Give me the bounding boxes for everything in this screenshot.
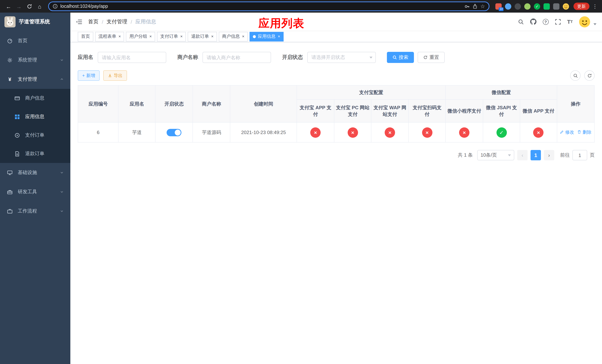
tab-close-icon[interactable]: × xyxy=(180,34,183,39)
extension-icon[interactable] xyxy=(544,3,550,10)
goto-page-input[interactable] xyxy=(572,150,587,160)
app-logo-row[interactable]: 芋道管理系统 xyxy=(0,13,70,31)
breadcrumb-payment[interactable]: 支付管理 xyxy=(107,18,127,25)
tab-user-group[interactable]: 用户分组× xyxy=(126,32,155,41)
fullscreen-icon[interactable] xyxy=(555,19,561,25)
tab-label: 支付订单 xyxy=(160,33,178,40)
tab-app-info[interactable]: 应用信息× xyxy=(249,32,283,41)
url-text: localhost:1024/pay/app xyxy=(60,4,462,9)
chevron-down-icon xyxy=(60,58,64,62)
font-size-small: T xyxy=(570,20,573,24)
next-page-button[interactable]: › xyxy=(544,150,554,160)
status-badge: ✓ xyxy=(496,127,507,138)
extension-icon[interactable]: ✓ xyxy=(534,3,540,10)
breadcrumb: 首页 / 支付管理 / 应用信息 xyxy=(88,18,156,25)
tabs-bar: 首页 流程表单× 用户分组× 支付订单× 退款订单× 商户信息× 应用信息× xyxy=(70,31,602,42)
refresh-table-button[interactable] xyxy=(584,70,595,81)
sidebar-item-payment[interactable]: ¥ 支付管理 xyxy=(0,70,70,89)
password-key-icon[interactable] xyxy=(464,3,470,9)
extension-icon[interactable] xyxy=(505,3,511,10)
status-select[interactable]: 请选择开启状态 xyxy=(307,52,376,63)
font-size-icon[interactable]: TT xyxy=(567,19,573,25)
browser-reload-button[interactable] xyxy=(24,1,34,11)
browser-menu-icon[interactable]: ⋮ xyxy=(592,3,598,9)
browser-chrome: ← → ⌂ localhost:1024/pay/app xyxy=(0,0,602,13)
app-name-label: 应用名 xyxy=(78,54,93,61)
download-icon xyxy=(108,73,112,78)
page-number-button[interactable]: 1 xyxy=(531,150,541,160)
export-button[interactable]: 导出 xyxy=(103,70,127,81)
app-title: 芋道管理系统 xyxy=(19,19,50,25)
search-icon xyxy=(392,55,397,60)
add-button[interactable]: + 新增 xyxy=(78,70,100,81)
status-toggle[interactable] xyxy=(167,129,182,136)
page-size-select[interactable]: 10条/页 xyxy=(477,150,514,160)
tab-close-icon[interactable]: × xyxy=(149,34,152,39)
sidebar-item-system[interactable]: 系统管理 xyxy=(0,50,70,70)
chevron-down-icon xyxy=(60,209,64,213)
address-bar[interactable]: localhost:1024/pay/app ☆ xyxy=(48,1,489,11)
sidebar-item-label: 工作流程 xyxy=(18,208,37,214)
help-icon[interactable]: ? xyxy=(543,19,548,25)
tab-close-icon[interactable]: × xyxy=(118,34,121,39)
merchant-name-input[interactable] xyxy=(203,52,271,63)
tab-close-icon[interactable]: × xyxy=(278,34,280,39)
chevron-down-icon xyxy=(60,190,64,194)
sidebar-item-home[interactable]: 首页 xyxy=(0,31,70,50)
browser-back-button[interactable]: ← xyxy=(4,1,13,11)
sidebar-item-payment-orders[interactable]: 支付订单 xyxy=(0,126,70,144)
edit-link[interactable]: 修改 xyxy=(560,129,574,136)
search-button[interactable]: 搜索 xyxy=(387,52,414,63)
chrome-update-button[interactable]: 更新 xyxy=(573,3,589,10)
tab-process-form[interactable]: 流程表单× xyxy=(95,32,124,41)
active-tab-dot xyxy=(253,35,256,38)
browser-forward-button[interactable]: → xyxy=(14,1,24,11)
share-icon[interactable] xyxy=(473,4,478,9)
status-label: 开启状态 xyxy=(282,54,303,61)
prev-page-button[interactable]: ‹ xyxy=(517,150,527,160)
emoji-extension-icon[interactable] xyxy=(563,3,569,10)
delete-link[interactable]: 删除 xyxy=(577,129,591,136)
gear-icon xyxy=(7,57,13,63)
tab-payment-orders[interactable]: 支付订单× xyxy=(157,32,186,41)
extension-icon[interactable] xyxy=(515,3,521,10)
extension-icon[interactable] xyxy=(553,3,559,10)
tab-close-icon[interactable]: × xyxy=(211,34,214,39)
extension-icon[interactable]: 10 xyxy=(495,3,502,10)
grid-icon xyxy=(14,114,20,119)
tab-home[interactable]: 首页 xyxy=(78,32,93,41)
toggle-search-button[interactable] xyxy=(570,70,580,81)
sidebar-item-dev-tools[interactable]: 研发工具 xyxy=(0,182,70,202)
browser-home-button[interactable]: ⌂ xyxy=(35,1,44,11)
tab-label: 用户分组 xyxy=(129,33,147,40)
refresh-icon xyxy=(423,55,428,60)
reset-button[interactable]: 重置 xyxy=(418,52,445,63)
chevron-down-icon xyxy=(508,154,511,156)
tab-refund-orders[interactable]: 退款订单× xyxy=(188,32,217,41)
chevron-down-icon xyxy=(60,171,64,174)
site-info-icon[interactable] xyxy=(53,4,58,9)
yen-icon: ¥ xyxy=(7,76,13,82)
user-avatar[interactable] xyxy=(579,16,590,27)
sidebar-item-infrastructure[interactable]: 基础设施 xyxy=(0,163,70,182)
status-badge: × xyxy=(311,127,321,138)
sidebar-collapse-button[interactable] xyxy=(76,18,83,25)
avatar-dropdown-caret[interactable] xyxy=(593,23,596,25)
sidebar-item-merchant-info[interactable]: 商户信息 xyxy=(0,89,70,107)
dashboard-icon xyxy=(7,38,13,43)
tab-merchant-info[interactable]: 商户信息× xyxy=(219,32,248,41)
cell-wx-mini: × xyxy=(446,122,483,142)
toolbox-icon xyxy=(7,189,13,195)
app-name-input[interactable] xyxy=(98,52,166,63)
merchant-name-label: 商户名称 xyxy=(177,54,198,61)
tab-close-icon[interactable]: × xyxy=(242,34,245,39)
breadcrumb-home[interactable]: 首页 xyxy=(88,18,98,25)
extension-icon[interactable] xyxy=(524,3,531,10)
sidebar-item-app-info[interactable]: 应用信息 xyxy=(0,107,70,126)
github-icon[interactable] xyxy=(530,19,536,25)
bookmark-star-icon[interactable]: ☆ xyxy=(480,3,485,9)
status-badge: × xyxy=(533,127,544,138)
search-icon[interactable] xyxy=(518,19,524,25)
sidebar-item-workflow[interactable]: 工作流程 xyxy=(0,202,70,221)
sidebar-item-refund-orders[interactable]: 退款订单 xyxy=(0,144,70,163)
